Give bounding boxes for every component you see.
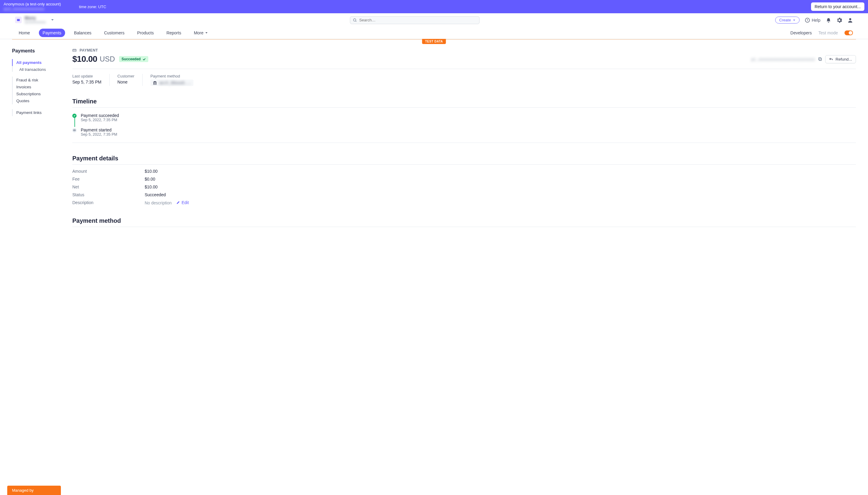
sidebar-item-invoices[interactable]: Invoices [12,84,66,90]
detail-amount-label: Amount [72,169,145,174]
payment-currency: USD [100,55,115,63]
test-data-badge: TEST DATA [422,39,446,44]
timeline-item-title: Payment succeeded [81,113,119,118]
summary-last-update-label: Last update [72,74,102,79]
chevron-down-icon [51,18,54,22]
summary-customer-label: Customer [118,74,135,79]
impersonation-account-id: acct_xxxxxxxxxxxxxxxx [4,7,61,12]
primary-nav: Home Payments Balances Customers Product… [0,27,868,39]
detail-net-label: Net [72,185,145,189]
copy-icon[interactable] [818,57,822,61]
create-button-label: Create [779,18,791,22]
summary-customer-value: None [118,80,135,84]
refund-button-label: Refund... [835,57,852,62]
payment-kicker-label: PAYMENT [80,48,98,52]
payment-status-badge: Succeeded [119,56,148,62]
timeline-item-ts: Sep 5, 2022, 7:35 PM [81,132,117,137]
impersonation-timezone: time zone: UTC [79,4,106,9]
create-button[interactable]: Create [775,17,800,23]
svg-rect-9 [819,57,821,60]
search-icon [353,18,357,22]
impersonation-banner: Anonymous (a test-only account) acct_xxx… [0,0,868,13]
refund-button[interactable]: Refund... [825,55,856,63]
test-mode-label: Test mode [818,31,838,35]
timeline-title: Timeline [72,98,856,105]
payment-summary: Last update Sep 5, 7:35 PM Customer None… [72,74,856,86]
svg-point-2 [353,19,356,21]
summary-pm-value[interactable]: acct_XXxxxX... [151,80,193,86]
timeline-dot-card-icon [72,128,76,132]
payment-kicker: PAYMENT [72,48,856,52]
nav-products[interactable]: Products [134,29,157,37]
payment-details: Amount $10.00 Fee $0.00 Net $10.00 Statu… [72,169,856,205]
chevron-down-icon [205,31,208,34]
svg-rect-8 [819,58,821,61]
nav-balances[interactable]: Balances [71,29,95,37]
payment-amount: $10.00 [72,54,97,64]
payment-method-title: Payment method [72,217,856,224]
edit-description-label: Edit [181,200,189,205]
sidebar-item-all-transactions[interactable]: All transactions [13,67,66,72]
nav-more-label: More [194,31,204,35]
nav-developers[interactable]: Developers [791,31,812,35]
check-icon [142,57,146,61]
sidebar-item-payment-links[interactable]: Payment links [12,109,66,116]
sidebar: Payments All payments All transactions F… [12,48,66,231]
summary-last-update-value: Sep 5, 7:35 PM [72,80,102,84]
profile-icon[interactable] [848,17,853,23]
payment-id: pi_xxxxxxxxxxxxxxxxxxxxxxxx [751,57,815,62]
return-to-account-button[interactable]: Return to your account... [811,2,864,11]
help-icon: ? [805,18,810,23]
sidebar-item-quotes[interactable]: Quotes [12,97,66,104]
nav-customers[interactable]: Customers [100,29,128,37]
nav-home[interactable]: Home [15,29,33,37]
detail-description-value: No description [145,201,172,205]
refund-icon [829,57,833,61]
bank-icon [153,81,157,85]
summary-pm-id: acct_XXxxxX... [159,81,191,85]
svg-rect-7 [73,50,76,50]
timeline-item: Payment succeeded Sep 5, 2022, 7:35 PM [72,112,856,126]
detail-fee-value: $0.00 [145,177,856,182]
svg-rect-1 [17,19,20,20]
svg-point-5 [849,18,851,20]
test-mode-toggle[interactable] [845,31,853,35]
detail-status-value: Succeeded [145,192,856,197]
help-link[interactable]: ? Help [805,18,820,23]
timeline-item-ts: Sep 5, 2022, 7:35 PM [81,118,119,122]
timeline-item-title: Payment started [81,127,117,132]
detail-status-label: Status [72,192,145,197]
svg-text:?: ? [806,19,808,22]
pencil-icon [176,201,180,204]
managed-by-badge[interactable]: Managed by [7,486,61,495]
timeline: Payment succeeded Sep 5, 2022, 7:35 PM P… [72,112,856,141]
card-icon [72,48,76,52]
settings-icon[interactable] [837,17,842,23]
search-input[interactable] [350,16,480,24]
sidebar-item-all-payments[interactable]: All payments [12,59,66,66]
account-id: acctxxxxxxxxx [25,20,46,24]
edit-description-button[interactable]: Edit [176,200,189,205]
svg-rect-11 [73,130,75,130]
details-title: Payment details [72,155,856,162]
detail-net-value: $10.00 [145,185,856,189]
impersonation-who: Anonymous (a test-only account) [4,2,61,7]
nav-more[interactable]: More [190,29,212,37]
summary-pm-label: Payment method [151,74,193,79]
detail-description-label: Description [72,200,145,205]
detail-fee-label: Fee [72,177,145,182]
account-icon [15,17,22,23]
sidebar-item-fraud-risk[interactable]: Fraud & risk [12,76,66,84]
sidebar-title: Payments [12,48,66,54]
nav-payments[interactable]: Payments [39,29,65,37]
payment-status-label: Succeeded [121,57,140,61]
chevron-down-icon [793,19,796,22]
detail-amount-value: $10.00 [145,169,856,174]
timeline-item: Payment started Sep 5, 2022, 7:35 PM [72,126,856,141]
help-label: Help [812,18,820,23]
account-name: Blurry [25,16,46,20]
nav-reports[interactable]: Reports [163,29,185,37]
notifications-icon[interactable] [826,17,831,23]
sidebar-item-subscriptions[interactable]: Subscriptions [12,90,66,97]
account-switcher[interactable]: Blurry acctxxxxxxxxx [15,16,54,24]
